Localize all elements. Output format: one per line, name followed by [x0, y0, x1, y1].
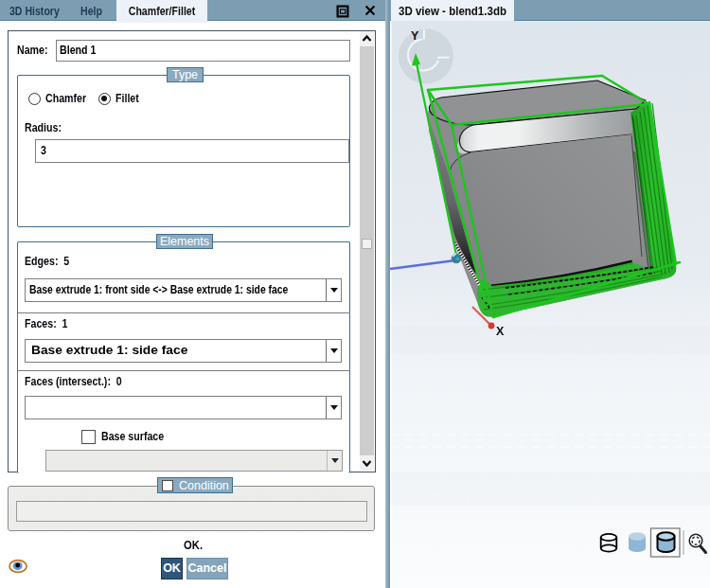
svg-text:X: X [496, 325, 505, 338]
svg-text:Y: Y [411, 29, 419, 43]
